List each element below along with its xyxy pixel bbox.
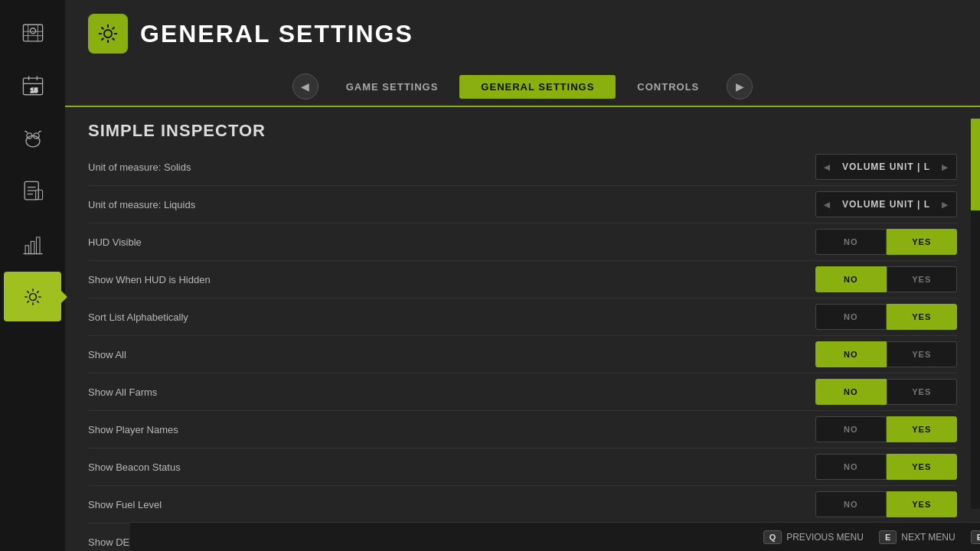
setting-label-show-all: Show All	[88, 349, 126, 360]
sidebar-item-contracts[interactable]	[4, 166, 61, 216]
gear-icon	[96, 21, 120, 46]
settings-list: Unit of measure: Solids ◀ VOLUME UNIT | …	[65, 148, 980, 551]
bottom-action-next: E NEXT MENU	[879, 530, 956, 544]
next-menu-label: NEXT MENU	[901, 532, 955, 543]
toggle-no-beacon-status[interactable]: NO	[815, 454, 887, 480]
svg-rect-11	[36, 237, 40, 254]
map-icon	[19, 19, 47, 47]
svg-text:15: 15	[30, 86, 38, 94]
svg-rect-10	[31, 241, 34, 253]
tab-next-arrow[interactable]: ▶	[727, 73, 753, 99]
sidebar-item-map[interactable]	[4, 8, 61, 57]
toggle-yes-hud-visible[interactable]: YES	[887, 229, 958, 255]
toggle-no-fuel-level[interactable]: NO	[815, 491, 887, 517]
setting-label-hud-visible: HUD Visible	[88, 236, 142, 248]
svg-point-4	[26, 135, 40, 146]
toggle-no-sort-alpha[interactable]: NO	[815, 304, 887, 330]
setting-label-solids: Unit of measure: Solids	[88, 161, 191, 173]
sidebar-item-settings[interactable]	[4, 272, 61, 321]
toggle-yes-show-all-farms[interactable]: YES	[887, 379, 958, 405]
setting-control-solids: ◀ VOLUME UNIT | L ▶	[815, 154, 957, 180]
toggle-yes-fuel-level[interactable]: YES	[887, 491, 958, 517]
toggle-no-player-names[interactable]: NO	[815, 416, 887, 442]
animals-icon	[19, 125, 47, 152]
settings-icon	[19, 283, 47, 311]
stats-icon	[19, 230, 47, 258]
tab-prev-arrow[interactable]: ◀	[292, 73, 318, 99]
e-key-badge[interactable]: E	[879, 530, 897, 544]
toggle-show-all: NO YES	[815, 341, 957, 367]
dropdown-liquids[interactable]: ◀ VOLUME UNIT | L ▶	[815, 191, 957, 217]
toggle-no-show-all-farms[interactable]: NO	[815, 379, 887, 405]
main-content: GENERAL SETTINGS ◀ GAME SETTINGS GENERAL…	[65, 0, 980, 551]
setting-label-fuel-level: Show Fuel Level	[88, 499, 162, 510]
tab-game-settings[interactable]: GAME SETTINGS	[325, 75, 460, 99]
setting-row-sort-alpha: Sort List Alphabetically NO YES	[88, 298, 957, 336]
setting-row-show-all: Show All NO YES	[88, 336, 957, 373]
bottom-bar: Q PREVIOUS MENU E NEXT MENU ESC BACK	[130, 522, 980, 551]
dropdown-left-arrow-liquids[interactable]: ◀	[824, 201, 831, 209]
dropdown-right-arrow-liquids[interactable]: ▶	[942, 201, 949, 209]
dropdown-right-arrow-solids[interactable]: ▶	[942, 163, 949, 171]
bottom-action-back: ESC BACK	[971, 530, 980, 544]
header: GENERAL SETTINGS	[65, 0, 980, 67]
toggle-no-show-all[interactable]: NO	[815, 341, 887, 367]
toggle-beacon-status: NO YES	[815, 454, 957, 480]
scrollbar-thumb[interactable]	[971, 119, 980, 210]
toggle-no-show-when-hidden[interactable]: NO	[815, 266, 887, 292]
toggle-yes-show-all[interactable]: YES	[887, 341, 958, 367]
contracts-icon	[19, 178, 47, 205]
toggle-player-names: NO YES	[815, 416, 957, 442]
sidebar: 15	[0, 0, 65, 551]
setting-row-hud-visible: HUD Visible NO YES	[88, 223, 957, 261]
previous-menu-label: PREVIOUS MENU	[786, 532, 864, 543]
setting-row-show-all-farms: Show All Farms NO YES	[88, 373, 957, 411]
page-title: GENERAL SETTINGS	[140, 20, 413, 48]
svg-point-1	[30, 28, 35, 33]
setting-label-beacon-status: Show Beacon Status	[88, 461, 181, 473]
sidebar-item-stats[interactable]	[4, 219, 61, 269]
setting-row-solids: Unit of measure: Solids ◀ VOLUME UNIT | …	[88, 148, 957, 186]
toggle-sort-alpha: NO YES	[815, 304, 957, 330]
q-key-badge[interactable]: Q	[763, 530, 782, 544]
setting-label-sort-alpha: Sort List Alphabetically	[88, 311, 188, 323]
svg-rect-0	[23, 24, 42, 41]
section-title: SIMPLE INSPECTOR	[65, 107, 980, 148]
calendar-icon: 15	[19, 72, 47, 99]
tab-controls[interactable]: CONTROLS	[616, 75, 720, 99]
dropdown-left-arrow-solids[interactable]: ◀	[824, 163, 831, 171]
header-icon-bg	[88, 14, 128, 54]
setting-control-liquids: ◀ VOLUME UNIT | L ▶	[815, 191, 957, 217]
esc-key-badge[interactable]: ESC	[971, 530, 980, 544]
toggle-yes-beacon-status[interactable]: YES	[887, 454, 958, 480]
toggle-yes-show-when-hidden[interactable]: YES	[887, 266, 958, 292]
bottom-action-previous: Q PREVIOUS MENU	[763, 530, 864, 544]
toggle-no-hud-visible[interactable]: NO	[815, 229, 887, 255]
setting-label-liquids: Unit of measure: Liquids	[88, 199, 195, 210]
setting-row-beacon-status: Show Beacon Status NO YES	[88, 448, 957, 486]
sidebar-item-calendar[interactable]: 15	[4, 60, 61, 110]
dropdown-value-liquids: VOLUME UNIT | L	[842, 199, 930, 210]
svg-point-13	[104, 30, 112, 37]
svg-rect-9	[25, 245, 29, 253]
toggle-fuel-level: NO YES	[815, 491, 957, 517]
sidebar-item-animals[interactable]	[4, 113, 61, 163]
toggle-yes-player-names[interactable]: YES	[887, 416, 958, 442]
toggle-hud-visible: NO YES	[815, 229, 957, 255]
tab-general-settings[interactable]: GENERAL SETTINGS	[459, 75, 616, 99]
svg-point-12	[29, 293, 36, 300]
dropdown-solids[interactable]: ◀ VOLUME UNIT | L ▶	[815, 154, 957, 180]
setting-label-show-all-farms: Show All Farms	[88, 386, 157, 398]
scrollbar-track[interactable]	[971, 119, 980, 509]
setting-row-show-when-hidden: Show When HUD is Hidden NO YES	[88, 261, 957, 298]
setting-row-fuel-level: Show Fuel Level NO YES	[88, 486, 957, 523]
toggle-show-when-hidden: NO YES	[815, 266, 957, 292]
setting-row-liquids: Unit of measure: Liquids ◀ VOLUME UNIT |…	[88, 186, 957, 223]
setting-row-player-names: Show Player Names NO YES	[88, 411, 957, 448]
setting-label-show-when-hidden: Show When HUD is Hidden	[88, 274, 211, 285]
toggle-show-all-farms: NO YES	[815, 379, 957, 405]
toggle-yes-sort-alpha[interactable]: YES	[887, 304, 958, 330]
dropdown-value-solids: VOLUME UNIT | L	[842, 161, 930, 172]
setting-label-player-names: Show Player Names	[88, 424, 178, 435]
svg-rect-8	[35, 190, 42, 200]
